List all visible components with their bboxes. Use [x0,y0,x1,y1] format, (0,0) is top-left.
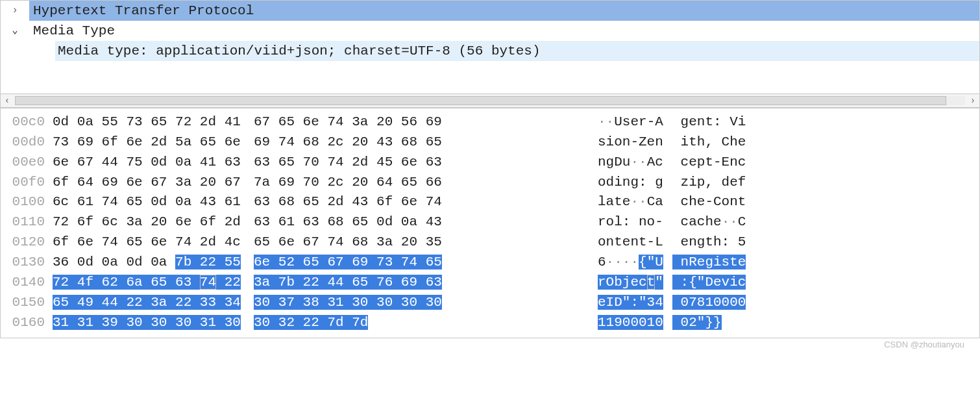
hex-row[interactable]: 0160 31 31 39 30 30 30 31 30 30 32 22 7d… [1,313,979,333]
watermark-text: CSDN @zhoutianyou [0,338,980,349]
hex-row[interactable]: 0100 6c 61 74 65 0d 0a 43 61 63 68 65 2d… [1,192,979,212]
hex-row[interactable]: 0130 36 0d 0a 0d 0a 7b 22 55 6e 52 65 67… [1,253,979,273]
hex-row[interactable]: 00e0 6e 67 44 75 0d 0a 41 63 63 65 70 74… [1,153,979,173]
hex-bytes-left: 6c 61 74 65 0d 0a 43 61 [53,192,254,212]
hex-cursor-byte: 74 [200,275,216,290]
hex-ascii-right: gent: Vi [672,112,979,132]
hex-ascii-left: oding: g [598,173,672,193]
hex-address: 0110 [1,212,53,232]
tree-label-media-detail: Media type: application/viid+json; chars… [55,41,979,61]
hex-ascii-left: rol: no- [598,212,672,232]
hex-ascii-left: late··Ca [598,192,672,212]
hex-row[interactable]: 0150 65 49 44 22 3a 22 33 34 30 37 38 31… [1,293,979,313]
hex-ascii-left: ngDu··Ac [598,153,672,173]
hex-bytes-left: 0d 0a 55 73 65 72 2d 41 [53,112,254,132]
hex-address: 0130 [1,253,53,273]
hex-bytes-left: 31 31 39 30 30 30 31 30 [53,313,254,333]
hex-cursor-ascii: t [647,275,655,290]
hex-ascii-right: 02"}} [672,313,979,333]
hex-ascii-left: 6····{"U [598,253,672,273]
hex-ascii-left: 11900010 [598,313,672,333]
hex-ascii-left: rObject" [598,273,672,293]
hex-ascii-right: cept-Enc [672,153,979,173]
hex-bytes-right: 30 37 38 31 30 30 30 30 [254,293,468,313]
hex-ascii-right: nRegiste [672,253,979,273]
hex-ascii-left: ··User-A [598,112,672,132]
tree-row-media-detail[interactable]: Media type: application/viid+json; chars… [1,41,979,61]
hex-bytes-right: 3a 7b 22 44 65 76 69 63 [254,273,468,293]
tree-label-media: Media Type [29,21,979,41]
hex-bytes-left: 6f 6e 74 65 6e 74 2d 4c [53,232,254,253]
hex-ascii-right: cache··C [672,212,979,232]
hex-row[interactable]: 00d0 73 69 6f 6e 2d 5a 65 6e 69 74 68 2c… [1,132,979,153]
hex-address: 00d0 [1,132,53,153]
hex-ascii-right: :{"Devic [672,273,979,293]
hex-ascii-left: ontent-L [598,232,672,253]
scrollbar-thumb[interactable] [15,96,946,105]
hex-ascii-right: ith, Che [672,132,979,153]
hex-ascii-right: zip, def [672,173,979,193]
tree-row-media-type[interactable]: ⌄ Media Type [1,21,979,41]
hex-bytes-right: 63 61 63 68 65 0d 0a 43 [254,212,468,232]
hex-address: 0120 [1,232,53,253]
hex-bytes-left: 72 6f 6c 3a 20 6e 6f 2d [53,212,254,232]
hex-bytes-left: 6e 67 44 75 0d 0a 41 63 [53,153,254,173]
hex-bytes-left: 6f 64 69 6e 67 3a 20 67 [53,173,254,193]
hex-ascii-right: che-Cont [672,192,979,212]
hex-bytes-left: 72 4f 62 6a 65 63 74 22 [53,273,254,293]
hex-address: 0100 [1,192,53,212]
hex-address: 0160 [1,313,53,333]
hex-bytes-right: 69 74 68 2c 20 43 68 65 [254,132,468,153]
tree-empty-space [1,61,979,94]
hex-address: 0150 [1,293,53,313]
hex-row[interactable]: 00c0 0d 0a 55 73 65 72 2d 41 67 65 6e 74… [1,112,979,132]
hex-bytes-right: 30 32 22 7d 7d [254,313,468,333]
hex-bytes-right: 63 68 65 2d 43 6f 6e 74 [254,192,468,212]
hex-ascii-right: 07810000 [672,293,979,313]
scroll-left-icon[interactable]: ‹ [1,95,14,106]
hex-bytes-left: 65 49 44 22 3a 22 33 34 [53,293,254,313]
protocol-tree-panel: › Hypertext Transfer Protocol ⌄ Media Ty… [0,0,980,108]
hex-bytes-right: 6e 52 65 67 69 73 74 65 [254,253,468,273]
hex-address: 0140 [1,273,53,293]
hex-dump-panel[interactable]: 00c0 0d 0a 55 73 65 72 2d 41 67 65 6e 74… [0,108,980,338]
hex-bytes-right: 65 6e 67 74 68 3a 20 35 [254,232,468,253]
hex-row[interactable]: 0110 72 6f 6c 3a 20 6e 6f 2d 63 61 63 68… [1,212,979,232]
hex-bytes-left: 36 0d 0a 0d 0a 7b 22 55 [53,253,254,273]
hex-address: 00e0 [1,153,53,173]
chevron-right-icon[interactable]: › [1,1,29,21]
hex-bytes-right: 63 65 70 74 2d 45 6e 63 [254,153,468,173]
hex-row[interactable]: 0120 6f 6e 74 65 6e 74 2d 4c 65 6e 67 74… [1,232,979,253]
scrollbar-track[interactable] [15,96,965,105]
hex-ascii-left: eID":"34 [598,293,672,313]
hex-address: 00f0 [1,173,53,193]
hex-bytes-right: 67 65 6e 74 3a 20 56 69 [254,112,468,132]
hex-address: 00c0 [1,112,53,132]
hex-row[interactable]: 00f0 6f 64 69 6e 67 3a 20 67 7a 69 70 2c… [1,173,979,193]
tree-row-http[interactable]: › Hypertext Transfer Protocol [1,1,979,21]
hex-bytes-right: 7a 69 70 2c 20 64 65 66 [254,173,468,193]
tree-label-http: Hypertext Transfer Protocol [29,1,979,21]
hex-bytes-left: 73 69 6f 6e 2d 5a 65 6e [53,132,254,153]
chevron-down-icon[interactable]: ⌄ [1,21,29,41]
hex-row[interactable]: 0140 72 4f 62 6a 65 63 74 22 3a 7b 22 44… [1,273,979,293]
hex-ascii-left: sion-Zen [598,132,672,153]
horizontal-scrollbar[interactable]: ‹ › [1,94,979,108]
scroll-right-icon[interactable]: › [966,95,979,106]
hex-ascii-right: ength: 5 [672,232,979,253]
